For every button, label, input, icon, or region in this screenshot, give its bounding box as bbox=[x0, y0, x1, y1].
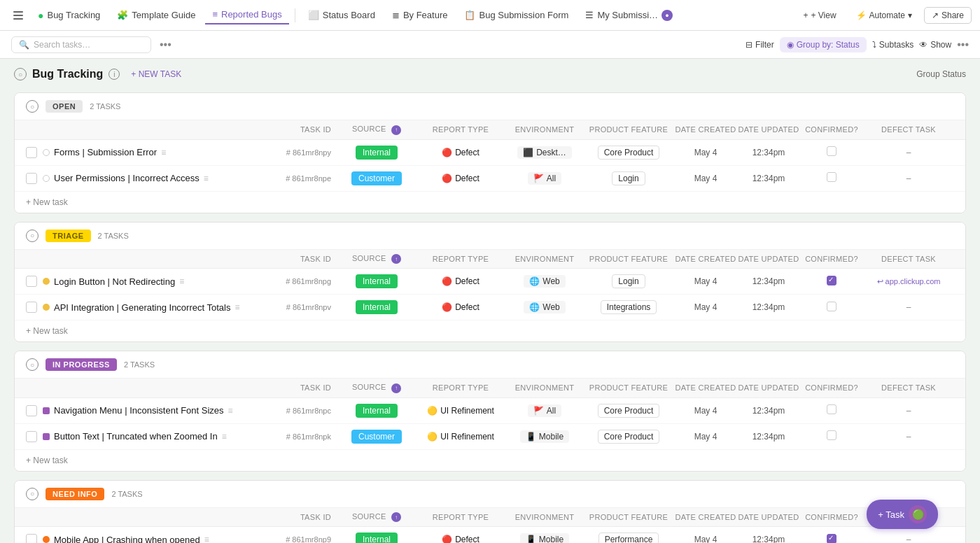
date-created-cell: May 4 bbox=[674, 432, 737, 442]
tab-template-guide-label: Template Guide bbox=[132, 10, 195, 20]
task-details-icon[interactable]: ≡ bbox=[204, 174, 209, 183]
subtasks-button[interactable]: ⤵ Subtasks bbox=[872, 40, 913, 50]
source-boost-icon: ↑ bbox=[391, 125, 401, 135]
source-badge: Customer bbox=[351, 430, 402, 444]
group-by-button[interactable]: ◉ Group by: Status bbox=[780, 37, 867, 52]
date-updated-cell: 12:34pm bbox=[737, 432, 800, 442]
report-type-text: Defect bbox=[455, 276, 479, 286]
confirmed-checkbox[interactable] bbox=[827, 276, 836, 285]
table-row: Mobile App | Crashing when opened ≡ # 86… bbox=[15, 527, 965, 543]
task-details-icon[interactable]: ≡ bbox=[161, 148, 166, 157]
priority-dot bbox=[43, 407, 50, 414]
toolbar-more-button[interactable]: ••• bbox=[160, 38, 172, 51]
search-icon: 🔍 bbox=[19, 40, 29, 50]
priority-dot bbox=[43, 175, 50, 182]
page-title: Bug Tracking bbox=[32, 68, 103, 80]
source-badge: Internal bbox=[356, 146, 398, 160]
new-task-row[interactable]: + New task bbox=[15, 320, 965, 341]
task-details-icon[interactable]: ≡ bbox=[222, 432, 227, 442]
share-button[interactable]: ↗ Share bbox=[924, 7, 972, 24]
task-name-text[interactable]: Mobile App | Crashing when opened bbox=[54, 535, 200, 544]
view-label: + View bbox=[811, 10, 836, 20]
new-task-row[interactable]: + New task bbox=[15, 192, 965, 213]
task-details-icon[interactable]: ≡ bbox=[228, 406, 233, 416]
date-created-cell: May 4 bbox=[674, 174, 737, 183]
confirmed-checkbox[interactable] bbox=[827, 404, 836, 414]
task-name-cell: Button Text | Truncated when Zoomed In ≡ bbox=[54, 431, 268, 442]
table-row: User Permissions | Incorrect Access ≡ # … bbox=[15, 166, 965, 192]
in-progress-collapse-icon[interactable]: ○ bbox=[26, 358, 38, 371]
table-row: Button Text | Truncated when Zoomed In ≡… bbox=[15, 424, 965, 450]
filter-button[interactable]: ⊟ Filter bbox=[746, 40, 774, 50]
share-icon: ↗ bbox=[932, 10, 939, 20]
task-name-text[interactable]: Login Button | Not Redirecting bbox=[54, 276, 175, 287]
task-name-text[interactable]: User Permissions | Incorrect Access bbox=[54, 173, 200, 183]
task-details-icon[interactable]: ≡ bbox=[204, 535, 209, 543]
product-cell: Login bbox=[583, 274, 674, 288]
task-checkbox[interactable] bbox=[26, 431, 37, 442]
task-checkbox[interactable] bbox=[26, 405, 37, 416]
confirmed-checkbox[interactable] bbox=[827, 430, 836, 440]
source-badge: Customer bbox=[351, 171, 402, 185]
tab-bug-submission[interactable]: 📋 Bug Submission Form bbox=[457, 6, 575, 24]
col-defect-task-header: DEFECT TASK bbox=[863, 125, 954, 134]
task-checkbox[interactable] bbox=[26, 147, 37, 158]
task-name-text[interactable]: Button Text | Truncated when Zoomed In bbox=[54, 431, 218, 442]
report-type-text: Defect bbox=[455, 174, 479, 183]
confirmed-checkbox[interactable] bbox=[827, 534, 836, 544]
tab-reported-bugs[interactable]: ≡ Reported Bugs bbox=[205, 6, 288, 24]
automate-icon: ⚡ bbox=[856, 10, 867, 20]
automate-button[interactable]: ⚡ Automate ▾ bbox=[848, 7, 920, 24]
col-confirmed-header: CONFIRMED? bbox=[800, 125, 863, 134]
env-icon: 📱 bbox=[526, 432, 536, 442]
toolbar-overflow-button[interactable]: ••• bbox=[957, 38, 969, 51]
need-info-collapse-icon[interactable]: ○ bbox=[26, 488, 38, 500]
open-collapse-icon[interactable]: ○ bbox=[26, 100, 38, 113]
tab-my-submission[interactable]: ☰ My Submissi… ● bbox=[578, 6, 680, 24]
task-checkbox[interactable] bbox=[26, 173, 37, 184]
view-button[interactable]: + + View bbox=[795, 7, 844, 24]
env-badge: 🌐 Web bbox=[524, 301, 565, 313]
triage-col-headers: TASK ID SOURCE ↑ REPORT TYPE ENVIRONMENT… bbox=[15, 250, 965, 269]
confirmed-cell bbox=[800, 404, 863, 416]
tab-bug-submission-label: Bug Submission Form bbox=[479, 10, 568, 20]
add-task-fab[interactable]: + Task 🟢 bbox=[867, 500, 938, 529]
show-button[interactable]: 👁 Show bbox=[919, 40, 951, 50]
defect-link[interactable]: ↩ app.clickup.com bbox=[877, 277, 941, 285]
new-task-button[interactable]: + NEW TASK bbox=[125, 67, 187, 81]
tab-template-guide[interactable]: 🧩 Template Guide bbox=[110, 6, 202, 24]
date-created-cell: May 4 bbox=[674, 148, 737, 157]
task-details-icon[interactable]: ≡ bbox=[179, 276, 184, 286]
confirmed-checkbox[interactable] bbox=[827, 172, 836, 182]
sidebar-toggle[interactable] bbox=[8, 6, 28, 25]
source-cell: Internal bbox=[338, 300, 415, 314]
report-type-cell: 🔴 Defect bbox=[415, 302, 506, 312]
info-icon[interactable]: i bbox=[108, 69, 120, 80]
defect-task-cell: – bbox=[863, 302, 954, 312]
env-cell: 🌐 Web bbox=[506, 275, 583, 288]
task-name-text[interactable]: API Integration | Generating Incorrect T… bbox=[54, 302, 230, 313]
tab-reported-bugs-label: Reported Bugs bbox=[221, 9, 282, 20]
col-task-id-header: TASK ID bbox=[268, 125, 338, 134]
task-checkbox[interactable] bbox=[26, 276, 37, 287]
search-box[interactable]: 🔍 Search tasks… bbox=[11, 36, 151, 53]
confirmed-checkbox[interactable] bbox=[827, 146, 836, 156]
task-checkbox[interactable] bbox=[26, 534, 37, 543]
tab-status-board[interactable]: ⬜ Status Board bbox=[301, 6, 382, 24]
collapse-button[interactable]: ○ bbox=[14, 68, 27, 80]
task-name-text[interactable]: Forms | Submission Error bbox=[54, 147, 157, 157]
search-placeholder: Search tasks… bbox=[34, 40, 90, 50]
task-id-cell: # 861mr8npv bbox=[268, 303, 338, 311]
new-task-row[interactable]: + New task bbox=[15, 450, 965, 471]
tab-bug-tracking[interactable]: ● Bug Tracking bbox=[31, 6, 107, 24]
col-date-updated-header: DATE UPDATED bbox=[737, 125, 800, 134]
task-name-text[interactable]: Navigation Menu | Inconsistent Font Size… bbox=[54, 405, 224, 416]
confirmed-checkbox[interactable] bbox=[827, 302, 836, 311]
tab-by-feature[interactable]: ≣ By Feature bbox=[385, 6, 455, 24]
task-details-icon[interactable]: ≡ bbox=[234, 302, 239, 312]
source-cell: Internal bbox=[338, 274, 415, 288]
triage-collapse-icon[interactable]: ○ bbox=[26, 230, 38, 242]
task-checkbox[interactable] bbox=[26, 302, 37, 313]
product-cell: Core Product bbox=[583, 430, 674, 444]
source-cell: Internal bbox=[338, 146, 415, 160]
